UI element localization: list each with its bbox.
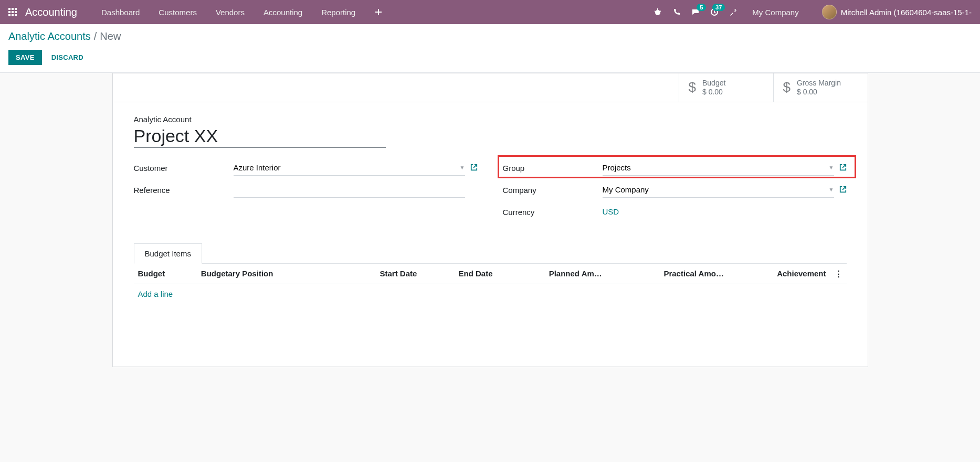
svg-rect-10	[375, 12, 382, 13]
col-options-icon[interactable]: ⋮	[830, 264, 847, 284]
name-input[interactable]	[134, 126, 386, 148]
nav-systray: 5 37 My Company Mitchell Admin (16604604…	[654, 0, 972, 24]
svg-line-13	[655, 11, 656, 12]
caret-down-icon[interactable]: ▼	[829, 165, 834, 170]
external-link-icon[interactable]	[839, 186, 847, 195]
external-link-icon[interactable]	[839, 164, 847, 173]
group-label: Group	[503, 164, 603, 173]
nav-item-accounting[interactable]: Accounting	[254, 0, 312, 24]
apps-icon[interactable]	[8, 8, 17, 16]
currency-field[interactable]: USD	[603, 205, 834, 219]
caret-down-icon[interactable]: ▼	[460, 165, 465, 170]
col-start-date[interactable]: Start Date	[340, 264, 421, 284]
col-position[interactable]: Budgetary Position	[197, 264, 340, 284]
dollar-icon: $	[783, 79, 791, 95]
currency-label: Currency	[503, 208, 603, 217]
save-button[interactable]: SAVE	[8, 50, 42, 65]
svg-rect-7	[12, 14, 14, 16]
svg-rect-0	[8, 8, 10, 10]
add-line-link[interactable]: Add a line	[138, 289, 173, 298]
group-input[interactable]	[603, 161, 827, 174]
stat-button-budget[interactable]: $ Budget $ 0.00	[679, 73, 773, 102]
nav-menu: Dashboard Customers Vendors Accounting R…	[92, 0, 392, 24]
control-buttons: SAVE DISCARD	[8, 50, 972, 65]
col-budget[interactable]: Budget	[134, 264, 197, 284]
svg-rect-2	[15, 8, 17, 10]
top-navbar: Accounting Dashboard Customers Vendors A…	[0, 0, 980, 24]
avatar	[822, 5, 837, 19]
phone-icon[interactable]	[672, 8, 681, 16]
customer-label: Customer	[134, 164, 234, 173]
svg-rect-6	[8, 14, 10, 16]
breadcrumb: Analytic Accounts / New	[8, 30, 972, 42]
svg-rect-1	[12, 8, 14, 10]
app-brand[interactable]: Accounting	[25, 6, 77, 18]
activities-icon[interactable]: 37	[710, 8, 719, 16]
col-practical[interactable]: Practical Amo…	[606, 264, 728, 284]
stat-budget-label: Budget	[702, 79, 725, 88]
breadcrumb-separator: /	[94, 30, 97, 42]
col-end-date[interactable]: End Date	[421, 264, 497, 284]
nav-item-reporting[interactable]: Reporting	[312, 0, 365, 24]
customer-field[interactable]: ▼	[234, 161, 465, 176]
col-planned[interactable]: Planned Am…	[497, 264, 606, 284]
reference-label: Reference	[134, 186, 234, 195]
nav-item-customers[interactable]: Customers	[149, 0, 206, 24]
col-achievement[interactable]: Achievement	[728, 264, 830, 284]
company-field[interactable]: ▼	[603, 183, 834, 198]
form-container: $ Budget $ 0.00 $ Gross Margin $ 0.00 An…	[0, 73, 980, 367]
control-panel: Analytic Accounts / New SAVE DISCARD	[0, 24, 980, 73]
plus-icon	[374, 8, 383, 16]
messages-icon[interactable]: 5	[691, 8, 700, 16]
company-label: Company	[503, 186, 603, 195]
user-name: Mitchell Admin (16604604-saas-15-1-	[841, 8, 972, 17]
stat-buttons: $ Budget $ 0.00 $ Gross Margin $ 0.00	[113, 73, 868, 102]
svg-rect-4	[12, 11, 14, 13]
breadcrumb-current: New	[100, 30, 121, 42]
stat-budget-value: $ 0.00	[702, 88, 725, 96]
title-section: Analytic Account	[134, 115, 847, 148]
messages-badge: 5	[697, 4, 706, 11]
svg-rect-3	[8, 11, 10, 13]
group-field[interactable]: ▼	[603, 161, 834, 176]
stat-margin-label: Gross Margin	[797, 79, 841, 88]
reference-field[interactable]	[234, 183, 465, 198]
form-right-column: Group ▼ Company ▼	[503, 160, 847, 227]
stat-margin-value: $ 0.00	[797, 88, 841, 96]
company-input[interactable]	[603, 183, 827, 196]
currency-value[interactable]: USD	[603, 205, 619, 218]
external-link-icon[interactable]	[470, 164, 478, 173]
bug-icon[interactable]	[654, 8, 662, 16]
title-label: Analytic Account	[134, 115, 847, 124]
dollar-icon: $	[689, 79, 696, 95]
nav-item-dashboard[interactable]: Dashboard	[92, 0, 149, 24]
discard-button[interactable]: DISCARD	[50, 50, 85, 65]
svg-line-14	[660, 11, 661, 12]
breadcrumb-root[interactable]: Analytic Accounts	[8, 30, 91, 42]
nav-item-new[interactable]	[365, 0, 392, 24]
caret-down-icon[interactable]: ▼	[829, 187, 834, 192]
company-switcher[interactable]: My Company	[748, 0, 803, 24]
activities-badge: 37	[712, 4, 725, 11]
user-menu[interactable]: Mitchell Admin (16604604-saas-15-1-	[822, 5, 972, 19]
form-left-column: Customer ▼ Reference	[134, 160, 478, 227]
tools-icon[interactable]	[729, 8, 737, 16]
form-sheet: $ Budget $ 0.00 $ Gross Margin $ 0.00 An…	[112, 73, 868, 367]
svg-point-11	[655, 10, 660, 15]
svg-rect-5	[15, 11, 17, 13]
reference-input[interactable]	[234, 183, 465, 196]
tab-budget-items[interactable]: Budget Items	[134, 243, 202, 264]
svg-rect-8	[15, 14, 17, 16]
nav-item-vendors[interactable]: Vendors	[206, 0, 254, 24]
notebook-tabs: Budget Items	[134, 243, 847, 264]
budget-items-table: Budget Budgetary Position Start Date End…	[134, 264, 847, 346]
customer-input[interactable]	[234, 161, 458, 174]
stat-button-margin[interactable]: $ Gross Margin $ 0.00	[773, 73, 868, 102]
